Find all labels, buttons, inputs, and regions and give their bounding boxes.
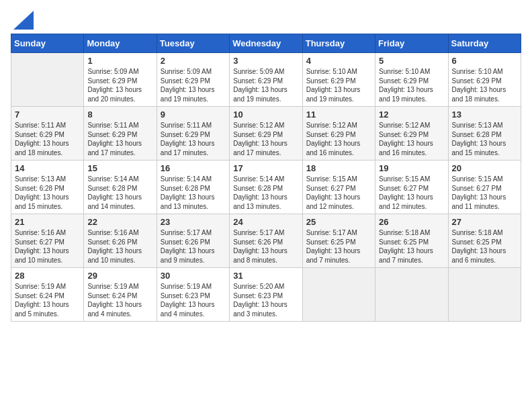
calendar-cell: 25 Sunrise: 5:17 AMSunset: 6:25 PMDaylig… — [302, 214, 375, 268]
day-number: 7 — [15, 109, 80, 120]
page-header — [11, 11, 521, 28]
day-info: Sunrise: 5:11 AMSunset: 6:29 PMDaylight:… — [15, 122, 69, 156]
day-info: Sunrise: 5:12 AMSunset: 6:29 PMDaylight:… — [233, 122, 287, 156]
calendar-cell: 4 Sunrise: 5:10 AMSunset: 6:29 PMDayligh… — [302, 53, 375, 107]
day-number: 30 — [161, 271, 226, 281]
day-info: Sunrise: 5:19 AMSunset: 6:24 PMDaylight:… — [15, 283, 69, 318]
calendar-cell — [448, 268, 521, 322]
day-info: Sunrise: 5:09 AMSunset: 6:29 PMDaylight:… — [233, 68, 287, 103]
day-number: 4 — [306, 56, 371, 66]
calendar-header-wednesday: Wednesday — [230, 34, 302, 53]
day-number: 29 — [87, 271, 152, 281]
day-number: 2 — [161, 56, 226, 66]
day-info: Sunrise: 5:13 AMSunset: 6:28 PMDaylight:… — [15, 175, 69, 210]
calendar-cell: 11 Sunrise: 5:12 AMSunset: 6:29 PMDaylig… — [302, 107, 375, 161]
calendar-cell: 24 Sunrise: 5:17 AMSunset: 6:26 PMDaylig… — [230, 214, 302, 268]
day-number: 16 — [161, 163, 226, 173]
day-info: Sunrise: 5:16 AMSunset: 6:27 PMDaylight:… — [15, 229, 69, 264]
calendar-week-row: 28 Sunrise: 5:19 AMSunset: 6:24 PMDaylig… — [11, 268, 521, 322]
day-number: 23 — [161, 217, 226, 227]
day-info: Sunrise: 5:10 AMSunset: 6:29 PMDaylight:… — [379, 68, 433, 103]
calendar-cell: 12 Sunrise: 5:12 AMSunset: 6:29 PMDaylig… — [375, 107, 448, 161]
calendar-header-tuesday: Tuesday — [157, 34, 229, 53]
calendar-cell: 29 Sunrise: 5:19 AMSunset: 6:24 PMDaylig… — [84, 268, 157, 322]
calendar-cell: 18 Sunrise: 5:15 AMSunset: 6:27 PMDaylig… — [302, 161, 375, 214]
calendar-header-thursday: Thursday — [302, 34, 375, 53]
calendar-header-saturday: Saturday — [448, 34, 521, 53]
day-info: Sunrise: 5:17 AMSunset: 6:26 PMDaylight:… — [161, 229, 215, 264]
svg-marker-0 — [13, 11, 34, 30]
calendar-cell: 22 Sunrise: 5:16 AMSunset: 6:26 PMDaylig… — [84, 214, 157, 268]
day-number: 12 — [379, 109, 444, 120]
calendar-cell: 1 Sunrise: 5:09 AMSunset: 6:29 PMDayligh… — [84, 53, 157, 107]
calendar-cell: 5 Sunrise: 5:10 AMSunset: 6:29 PMDayligh… — [375, 53, 448, 107]
calendar-cell: 31 Sunrise: 5:20 AMSunset: 6:23 PMDaylig… — [230, 268, 302, 322]
day-info: Sunrise: 5:19 AMSunset: 6:23 PMDaylight:… — [161, 283, 215, 318]
day-info: Sunrise: 5:14 AMSunset: 6:28 PMDaylight:… — [87, 175, 142, 210]
day-info: Sunrise: 5:18 AMSunset: 6:25 PMDaylight:… — [452, 229, 506, 264]
day-number: 10 — [233, 109, 298, 120]
day-info: Sunrise: 5:17 AMSunset: 6:26 PMDaylight:… — [233, 229, 287, 264]
calendar-header-friday: Friday — [375, 34, 448, 53]
day-info: Sunrise: 5:09 AMSunset: 6:29 PMDaylight:… — [87, 68, 142, 103]
day-info: Sunrise: 5:17 AMSunset: 6:25 PMDaylight:… — [306, 229, 361, 264]
day-number: 22 — [87, 217, 152, 227]
day-number: 24 — [233, 217, 298, 227]
calendar-cell: 27 Sunrise: 5:18 AMSunset: 6:25 PMDaylig… — [448, 214, 521, 268]
day-info: Sunrise: 5:09 AMSunset: 6:29 PMDaylight:… — [161, 68, 215, 103]
day-number: 6 — [452, 56, 517, 66]
calendar-week-row: 21 Sunrise: 5:16 AMSunset: 6:27 PMDaylig… — [11, 214, 521, 268]
calendar-header-monday: Monday — [84, 34, 157, 53]
calendar-week-row: 14 Sunrise: 5:13 AMSunset: 6:28 PMDaylig… — [11, 161, 521, 214]
day-info: Sunrise: 5:15 AMSunset: 6:27 PMDaylight:… — [379, 175, 433, 210]
day-info: Sunrise: 5:14 AMSunset: 6:28 PMDaylight:… — [233, 175, 287, 210]
day-info: Sunrise: 5:15 AMSunset: 6:27 PMDaylight:… — [452, 175, 506, 210]
calendar-cell: 28 Sunrise: 5:19 AMSunset: 6:24 PMDaylig… — [11, 268, 84, 322]
day-number: 26 — [379, 217, 444, 227]
calendar-cell: 21 Sunrise: 5:16 AMSunset: 6:27 PMDaylig… — [11, 214, 84, 268]
calendar-header-sunday: Sunday — [11, 34, 84, 53]
logo-arrow-icon — [11, 11, 34, 30]
day-info: Sunrise: 5:11 AMSunset: 6:29 PMDaylight:… — [87, 122, 142, 156]
calendar-cell — [302, 268, 375, 322]
day-number: 27 — [452, 217, 517, 227]
calendar-cell: 15 Sunrise: 5:14 AMSunset: 6:28 PMDaylig… — [84, 161, 157, 214]
calendar-week-row: 7 Sunrise: 5:11 AMSunset: 6:29 PMDayligh… — [11, 107, 521, 161]
day-info: Sunrise: 5:20 AMSunset: 6:23 PMDaylight:… — [233, 283, 287, 318]
calendar-cell: 17 Sunrise: 5:14 AMSunset: 6:28 PMDaylig… — [230, 161, 302, 214]
day-number: 31 — [233, 271, 298, 281]
day-info: Sunrise: 5:19 AMSunset: 6:24 PMDaylight:… — [87, 283, 142, 318]
day-number: 15 — [87, 163, 152, 173]
day-number: 17 — [233, 163, 298, 173]
calendar-cell: 8 Sunrise: 5:11 AMSunset: 6:29 PMDayligh… — [84, 107, 157, 161]
day-info: Sunrise: 5:12 AMSunset: 6:29 PMDaylight:… — [379, 122, 433, 156]
calendar-cell: 3 Sunrise: 5:09 AMSunset: 6:29 PMDayligh… — [230, 53, 302, 107]
day-number: 1 — [87, 56, 152, 66]
calendar-cell: 26 Sunrise: 5:18 AMSunset: 6:25 PMDaylig… — [375, 214, 448, 268]
calendar-cell: 10 Sunrise: 5:12 AMSunset: 6:29 PMDaylig… — [230, 107, 302, 161]
day-number: 5 — [379, 56, 444, 66]
calendar-header-row: SundayMondayTuesdayWednesdayThursdayFrid… — [11, 34, 521, 53]
calendar-cell: 7 Sunrise: 5:11 AMSunset: 6:29 PMDayligh… — [11, 107, 84, 161]
calendar-table: SundayMondayTuesdayWednesdayThursdayFrid… — [11, 34, 521, 322]
day-number: 28 — [15, 271, 80, 281]
logo — [11, 11, 34, 28]
day-number: 18 — [306, 163, 371, 173]
day-info: Sunrise: 5:13 AMSunset: 6:28 PMDaylight:… — [452, 122, 506, 156]
day-info: Sunrise: 5:11 AMSunset: 6:29 PMDaylight:… — [161, 122, 215, 156]
day-number: 21 — [15, 217, 80, 227]
day-info: Sunrise: 5:10 AMSunset: 6:29 PMDaylight:… — [452, 68, 506, 103]
day-info: Sunrise: 5:18 AMSunset: 6:25 PMDaylight:… — [379, 229, 433, 264]
day-info: Sunrise: 5:12 AMSunset: 6:29 PMDaylight:… — [306, 122, 361, 156]
day-number: 8 — [87, 109, 152, 120]
day-number: 19 — [379, 163, 444, 173]
calendar-cell — [11, 53, 84, 107]
calendar-cell: 6 Sunrise: 5:10 AMSunset: 6:29 PMDayligh… — [448, 53, 521, 107]
day-info: Sunrise: 5:10 AMSunset: 6:29 PMDaylight:… — [306, 68, 361, 103]
day-number: 25 — [306, 217, 371, 227]
calendar-cell: 19 Sunrise: 5:15 AMSunset: 6:27 PMDaylig… — [375, 161, 448, 214]
calendar-week-row: 1 Sunrise: 5:09 AMSunset: 6:29 PMDayligh… — [11, 53, 521, 107]
calendar-cell: 2 Sunrise: 5:09 AMSunset: 6:29 PMDayligh… — [157, 53, 229, 107]
calendar-cell: 9 Sunrise: 5:11 AMSunset: 6:29 PMDayligh… — [157, 107, 229, 161]
day-number: 13 — [452, 109, 517, 120]
